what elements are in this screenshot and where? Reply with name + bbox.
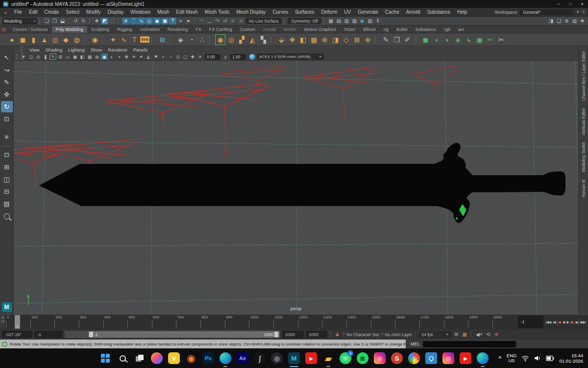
type-tool-icon[interactable]: T [129,34,140,45]
shelf-tab[interactable]: MASH [280,26,300,33]
toolbar-grip[interactable] [16,54,18,60]
menu-item[interactable]: Mesh Tools [201,9,233,15]
four-pane-layout-icon[interactable]: ⊞ [1,161,13,173]
timeline-tick[interactable]: 600 [152,315,176,329]
go-to-end-button[interactable]: ▶▶| [580,319,586,325]
shelf-icon[interactable] [170,35,173,44]
menu-item[interactable]: Surfaces [292,9,318,15]
timeline-playhead[interactable]: -1 [15,315,20,329]
task-view-button[interactable] [133,351,146,365]
exposure-field[interactable]: 0.00 [205,54,220,60]
panel-menu-item[interactable]: Renderer [105,47,130,53]
timeline-tick[interactable]: 1600 [395,315,419,329]
two-pane-side-layout-icon[interactable]: ◫ [1,174,13,185]
mirror-icon[interactable]: ◭ [247,34,258,45]
timeline-tick[interactable]: 1700 [419,315,444,329]
render-settings-icon[interactable]: ▨ [351,18,358,25]
menu-item[interactable]: Deform [318,9,341,15]
timeline-tick[interactable]: 1300 [322,315,346,329]
boolean-icon[interactable]: ⊠ [352,34,362,45]
safe-action-icon[interactable]: ◍ [94,53,100,60]
shelf-tab[interactable]: Rigging [113,26,136,33]
sidebar-tab[interactable]: Attribute Editor [581,108,586,135]
shelf-tab[interactable]: Poly Modeling [52,26,88,33]
blender-app-icon[interactable]: ◉ [185,351,197,365]
shelf-tab[interactable]: Custom [236,26,259,33]
shaded-icon[interactable]: ◑ [116,53,122,60]
shelf-tab[interactable]: FX [192,26,205,33]
uv-cylindrical-icon[interactable]: ◗ [442,34,452,45]
pause-viewport-icon[interactable]: ‖ [374,18,382,25]
panel-menu-item[interactable]: Panels [130,47,150,53]
shelf-tab[interactable]: Substance [411,26,440,33]
lighting-icon[interactable]: ☀ [130,53,137,60]
workspace-lock-icon[interactable]: ⚿ [582,9,585,15]
language-indicator[interactable]: ENG US [507,353,517,363]
poly-disc-icon[interactable]: ◍ [72,34,82,45]
menu-item[interactable]: Create [41,9,62,15]
step-back-key-button[interactable]: |◀ [557,319,561,325]
time-node-icon[interactable]: ◔ [186,34,196,45]
youtube-app-icon[interactable]: ▶ [305,351,318,365]
playback-range-bar[interactable]: -1 2000 [88,331,279,338]
clock[interactable]: 15:44 01-01-2026 [559,353,583,364]
select-object-icon[interactable]: ◩ [101,18,108,25]
color-management-icon[interactable] [249,54,255,60]
file-explorer-app-icon[interactable]: ▰ [322,351,335,365]
wireframe-icon[interactable]: ◐ [108,53,115,60]
fps-dropdown[interactable]: 24 fps▼ [419,331,451,338]
scale-tool-icon[interactable]: ⊡ [1,113,13,125]
depth-of-field-icon[interactable]: ◔ [167,53,174,60]
curve-undo-icon[interactable]: ↺ [221,18,229,25]
auto-keyframe-icon[interactable]: ✜ [493,332,499,337]
shelf-menu-icon[interactable] [2,28,6,31]
snap-curve-icon[interactable]: ⌒ [130,18,137,25]
menu-item[interactable]: Edit [25,9,41,15]
edge2-app-icon[interactable] [476,351,489,365]
shelf-tab[interactable]: Sculpting [87,26,113,33]
crease-tool-icon[interactable]: ✎ [381,34,391,45]
rewards-app-icon[interactable]: S [391,351,403,365]
poly-plane-icon[interactable]: ◆ [61,34,71,45]
comment-icon[interactable]: ✉ [453,332,459,337]
menu-item[interactable]: Modify [83,9,104,15]
menu-item[interactable]: Curves [269,9,292,15]
shelf-tab[interactable]: Curves / Surfaces [9,26,52,33]
curve-redo-icon[interactable]: ↷ [214,18,221,25]
lasso-select-tool-icon[interactable]: ↝ [1,64,13,76]
shelf-tab[interactable]: Rendering [164,26,192,33]
render-view-icon[interactable]: ▦ [327,18,335,25]
shelf-tab[interactable]: ani [454,26,468,33]
panel-menu-item[interactable]: Lighting [65,47,87,53]
multi-cut-icon[interactable]: ▦ [309,34,319,45]
surface-open-icon[interactable]: ⊂ [229,18,237,25]
two-pane-stacked-layout-icon[interactable]: ⊟ [1,186,13,197]
shadows-icon[interactable]: ✦ [138,53,145,60]
notebook-icon[interactable]: ❒ [392,34,402,45]
panel-menu-item[interactable]: Show [88,47,105,53]
humanik-toggle-icon[interactable]: ❏ [555,18,563,25]
shelf-icon[interactable] [84,35,88,44]
outliner-layout-icon[interactable]: ▤ [1,198,13,210]
timeline-tick[interactable]: 1400 [346,315,371,329]
paint-select-tool-icon[interactable]: ✎ [1,77,13,88]
menu-item[interactable]: UV [341,9,354,15]
field-chart-icon[interactable]: ▦ [86,53,93,60]
sidebar-tab[interactable]: Human IK [581,179,586,198]
sidebar-tab[interactable]: Channel Box / Layer Editor [581,51,586,101]
uv-sew-icon[interactable]: ✂ [496,34,506,45]
sweep-mesh-icon[interactable]: ⊞ [157,34,168,45]
panel-menu-item[interactable]: Shading [42,47,65,53]
curve-tool-icon[interactable]: ∿ [119,34,129,45]
whatsapp-app-icon[interactable]: ☏ 3 [339,351,352,365]
viewport-3d-view[interactable]: persp [14,61,578,314]
retopo-icon[interactable]: ▚ [258,34,269,45]
live-surface-field[interactable]: No Live Surface [245,18,282,24]
play-forwards-button[interactable]: ▶ [566,319,569,325]
quad-draw-icon[interactable]: ▞ [237,34,247,45]
camera-attrs-icon[interactable]: ◎ [35,53,42,60]
shelf-icon[interactable] [415,35,418,44]
timeline-tick[interactable]: 900 [225,315,249,329]
magnifier-icon[interactable] [4,213,10,219]
snap-grid-icon[interactable]: ✛ [122,18,129,25]
